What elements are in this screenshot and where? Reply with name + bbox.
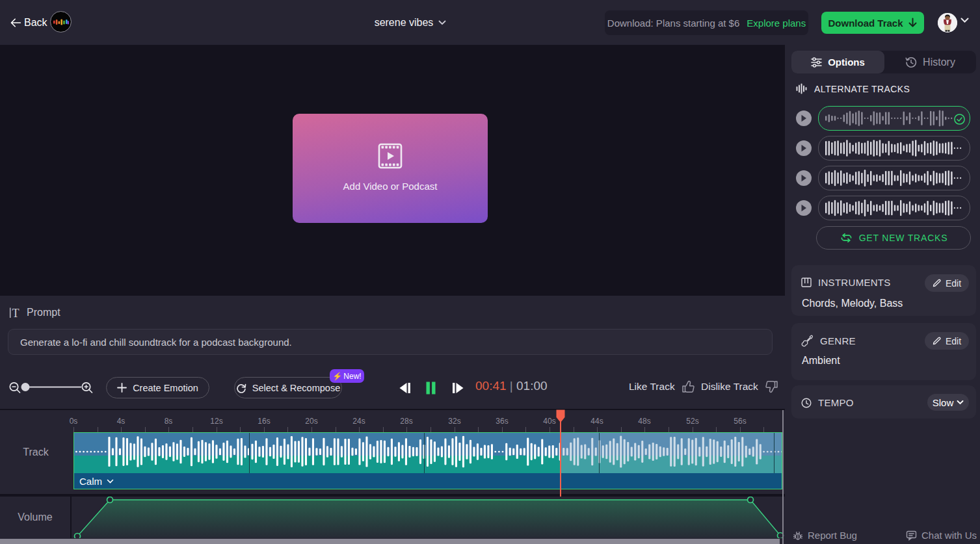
svg-text:T: T — [12, 307, 20, 320]
